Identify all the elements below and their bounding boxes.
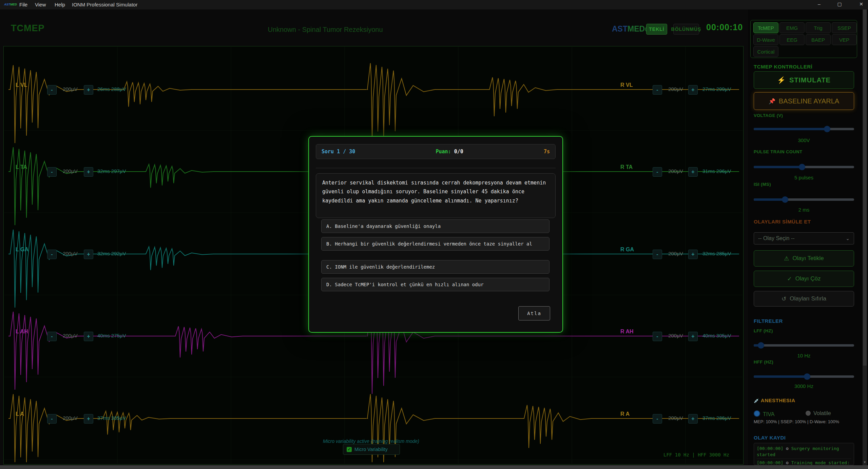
- tab-vep[interactable]: VEP: [832, 34, 857, 45]
- menu-view[interactable]: View: [35, 2, 46, 7]
- stimulate-button[interactable]: ⚡ STIMULATE: [754, 71, 854, 89]
- log-time: [00:00:00]: [757, 460, 783, 465]
- scale-increase-button[interactable]: +: [84, 250, 93, 259]
- channel-scale: 200μV: [58, 251, 82, 256]
- slider-thumb[interactable]: [758, 342, 764, 349]
- scale-increase-button[interactable]: +: [688, 250, 698, 259]
- channel-reading: 37ms 286μV: [702, 415, 731, 421]
- answer-option-c[interactable]: C. IONM ile güvenlik değerlendirilemez: [321, 260, 549, 274]
- channel-label-l-ga: L GA: [16, 247, 28, 253]
- resolve-event-button[interactable]: ✓ Olayı Çöz: [754, 271, 854, 287]
- channel-label-r-a: R A: [620, 411, 630, 417]
- tab-ssep[interactable]: SSEP: [832, 22, 857, 33]
- anesthesia-title-text: ANESTHESIA: [761, 397, 795, 403]
- radio-unselected-icon[interactable]: [806, 411, 811, 416]
- answer-option-a[interactable]: A. Baseline'a dayanarak güvenliği onayla: [321, 219, 549, 233]
- log-entry: [00:00:00] ⚙ Training mode started:: [757, 459, 851, 465]
- radio-selected-icon[interactable]: [754, 410, 760, 417]
- minimize-button-icon[interactable]: –: [814, 1, 824, 7]
- tab-emg[interactable]: EMG: [779, 22, 805, 33]
- pulse-train-slider[interactable]: [754, 163, 854, 170]
- scale-decrease-button[interactable]: -: [47, 250, 57, 259]
- scale-increase-button[interactable]: +: [84, 85, 93, 95]
- case-title: Unknown - Spinal Tumor Rezeksiyonu: [268, 26, 383, 34]
- trigger-event-button[interactable]: ⚠ Olayı Tetikle: [754, 250, 854, 267]
- log-time: [00:00:00]: [757, 446, 783, 451]
- answer-option-b[interactable]: B. Herhangi bir güvenlik değerlendirmesi…: [321, 237, 549, 251]
- lff-slider[interactable]: [754, 342, 854, 349]
- scale-increase-button[interactable]: +: [688, 414, 698, 424]
- isi-slider[interactable]: [754, 196, 854, 203]
- set-baseline-label: BASELINE AYARLA: [779, 97, 839, 105]
- anesthesia-radio-volatile[interactable]: Volatile: [806, 410, 831, 416]
- set-baseline-button[interactable]: 📌 BASELINE AYARLA: [754, 92, 854, 110]
- gear-icon: ⚙: [786, 460, 789, 465]
- lff-label: LFF (HZ): [754, 328, 854, 333]
- quiz-countdown: 7s: [544, 149, 550, 155]
- scroll-down-icon[interactable]: ▼: [863, 461, 867, 464]
- chevron-down-icon: ⌄: [846, 236, 850, 241]
- resolve-event-label: Olayı Çöz: [795, 275, 821, 282]
- sidebar-scrollbar[interactable]: ▼: [863, 9, 867, 465]
- micro-variability-toggle[interactable]: ✓ Micro Variability: [343, 444, 400, 455]
- tab-eeg[interactable]: EEG: [779, 34, 805, 45]
- reset-events-label: Olayları Sıfırla: [790, 295, 826, 302]
- event-log-title: OLAY KAYDI: [754, 435, 855, 441]
- scale-decrease-button[interactable]: -: [653, 414, 662, 424]
- anesthesia-radio-tiva[interactable]: TIVA: [754, 410, 774, 417]
- scale-decrease-button[interactable]: -: [653, 332, 662, 341]
- menu-file[interactable]: File: [19, 2, 27, 7]
- tab-d-wave[interactable]: D-Wave: [753, 34, 778, 45]
- channel-scale: 200μV: [663, 251, 688, 256]
- view-split-button[interactable]: BÖLÜNMÜŞ: [673, 24, 699, 35]
- slider-thumb[interactable]: [804, 373, 810, 380]
- menu-help[interactable]: Help: [55, 2, 65, 7]
- title-bar: ASTMED File View Help IONM Professional …: [0, 0, 868, 9]
- channel-scale: 200μV: [663, 333, 688, 338]
- tab-baep[interactable]: BAEP: [806, 34, 831, 45]
- checkbox-checked-icon[interactable]: ✓: [347, 447, 352, 452]
- scrollbar-thumb[interactable]: [863, 9, 867, 366]
- scale-decrease-button[interactable]: -: [47, 167, 57, 177]
- scale-decrease-button[interactable]: -: [47, 414, 57, 424]
- scale-increase-button[interactable]: +: [688, 332, 698, 341]
- lightning-bolt-icon: ⚡: [777, 76, 786, 84]
- stimulate-label: STIMULATE: [789, 76, 831, 84]
- skip-button[interactable]: Atla: [518, 306, 550, 320]
- maximize-button-icon[interactable]: ▢: [834, 1, 845, 7]
- slider-thumb[interactable]: [824, 126, 830, 132]
- isi-value: 2 ms: [754, 207, 854, 213]
- modality-tab-panel: TcMEPEMGTrigSSEPD-WaveEEGBAEPVEPCortical: [750, 20, 857, 58]
- waveform-display: L VL-200μV+26ms 288μVR VL-200μV+27ms 299…: [3, 46, 744, 465]
- scale-decrease-button[interactable]: -: [653, 85, 662, 95]
- event-select-dropdown[interactable]: -- Olay Seçin -- ⌄: [754, 232, 854, 245]
- tab-cortical[interactable]: Cortical: [753, 46, 778, 57]
- quiz-dialog: Soru 1 / 30 Puan: 0/0 7s Anterior servik…: [308, 136, 563, 333]
- quiz-score: Puan: 0/0: [436, 149, 463, 155]
- voltage-value: 300V: [754, 137, 854, 143]
- voltage-slider[interactable]: [754, 125, 854, 132]
- slider-thumb[interactable]: [782, 196, 788, 203]
- pulse-train-label: PULSE TRAIN COUNT: [754, 149, 854, 154]
- slider-thumb[interactable]: [799, 164, 805, 170]
- reset-events-button[interactable]: ↺ Olayları Sıfırla: [754, 291, 854, 307]
- controls-section-title: TCMEP KONTROLLERİ: [754, 64, 855, 70]
- scale-decrease-button[interactable]: -: [47, 332, 57, 341]
- scale-increase-button[interactable]: +: [688, 167, 698, 177]
- hff-slider[interactable]: [754, 373, 854, 380]
- tab-trig[interactable]: Trig: [806, 22, 831, 33]
- answer-option-d[interactable]: D. Sadece TcMEP'i kontrol et çünkü en hı…: [321, 278, 549, 291]
- view-single-button[interactable]: TEKLİ: [646, 24, 667, 35]
- scale-increase-button[interactable]: +: [688, 85, 698, 95]
- scale-decrease-button[interactable]: -: [653, 167, 662, 177]
- scale-increase-button[interactable]: +: [84, 167, 93, 177]
- scale-increase-button[interactable]: +: [84, 332, 93, 341]
- scale-decrease-button[interactable]: -: [47, 85, 57, 95]
- event-log[interactable]: [00:00:00] ⚙ Surgery monitoring started[…: [754, 443, 854, 465]
- close-button-icon[interactable]: ✕: [856, 1, 866, 7]
- scale-decrease-button[interactable]: -: [653, 250, 662, 259]
- channel-reading: 40ms 275μV: [97, 333, 126, 338]
- scale-increase-button[interactable]: +: [84, 414, 93, 424]
- channel-label-l-ta: L TA: [16, 164, 27, 170]
- tab-tcmep[interactable]: TcMEP: [753, 22, 778, 33]
